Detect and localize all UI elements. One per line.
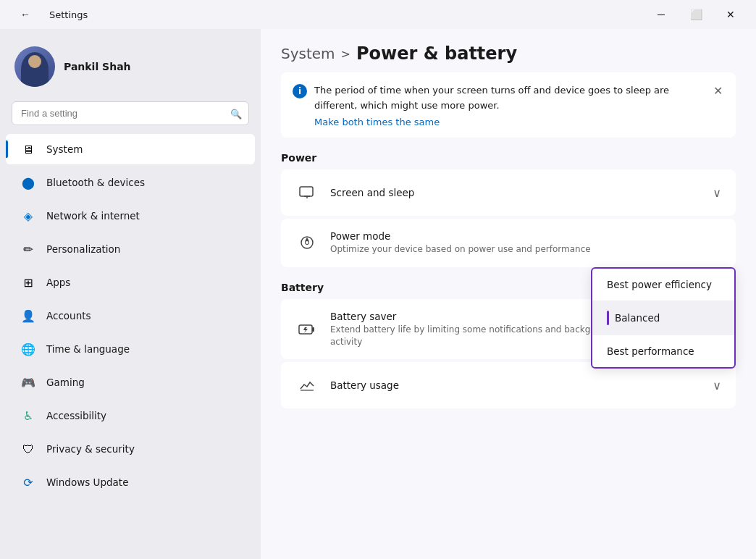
maximize-button[interactable]: ⬜ (679, 3, 713, 26)
efficiency-label: Best power efficiency (607, 279, 712, 290)
user-name: Pankil Shah (64, 61, 131, 72)
info-banner: i The period of time when your screen tu… (281, 72, 736, 138)
windows-update-icon: ⟳ (20, 474, 36, 490)
screen-sleep-card: Screen and sleep ∨ (281, 169, 736, 216)
battery-usage-icon (295, 374, 319, 397)
breadcrumb-parent: System (281, 45, 335, 62)
back-icon: ← (20, 9, 30, 20)
battery-usage-card: Battery usage ∨ (281, 362, 736, 408)
dropdown-item-efficiency[interactable]: Best power efficiency (592, 269, 734, 300)
main-content: System > Power & battery i The period of… (261, 29, 756, 559)
performance-label: Best performance (607, 345, 694, 357)
battery-usage-info: Battery usage (330, 379, 713, 391)
battery-usage-row[interactable]: Battery usage ∨ (281, 362, 736, 408)
sidebar-item-privacy[interactable]: 🛡 Privacy & security (6, 434, 255, 464)
sidebar-item-label: Windows Update (46, 476, 128, 488)
back-button[interactable]: ← (9, 3, 42, 26)
titlebar: ← Settings ─ ⬜ ✕ (0, 0, 756, 29)
info-banner-close[interactable]: ✕ (712, 83, 724, 99)
sidebar-item-label: Gaming (46, 377, 85, 388)
sidebar-item-system[interactable]: 🖥 System (6, 134, 255, 164)
battery-saver-desc: Extend battery life by limiting some not… (330, 324, 631, 348)
sidebar-item-label: Bluetooth & devices (46, 177, 145, 188)
sidebar-item-personalization[interactable]: ✏ Personalization (6, 234, 255, 264)
power-mode-dropdown: Best power efficiency Balanced Best perf… (591, 267, 736, 369)
svg-rect-0 (300, 187, 313, 196)
bluetooth-icon: ⬤ (20, 175, 36, 190)
power-mode-icon (295, 231, 319, 254)
selected-indicator (607, 311, 609, 325)
sidebar-item-accessibility[interactable]: ♿ Accessibility (6, 400, 255, 431)
sidebar-item-apps[interactable]: ⊞ Apps (6, 267, 255, 298)
time-icon: 🌐 (20, 341, 36, 357)
info-banner-link[interactable]: Make both times the same (314, 117, 705, 127)
power-section: Power Screen and sleep ∨ (281, 152, 736, 267)
sidebar-item-label: Apps (46, 277, 70, 288)
titlebar-title: Settings (49, 9, 88, 20)
privacy-icon: 🛡 (20, 441, 36, 457)
search-input[interactable] (12, 101, 249, 125)
balanced-label: Balanced (615, 312, 660, 324)
system-icon: 🖥 (20, 141, 36, 157)
search-box: 🔍 (12, 101, 249, 125)
power-mode-desc: Optimize your device based on power use … (330, 243, 721, 256)
power-mode-name: Power mode (330, 230, 721, 242)
screen-sleep-name: Screen and sleep (330, 187, 713, 198)
power-section-title: Power (281, 152, 736, 164)
info-desc: The period of time when your screen turn… (314, 85, 669, 111)
network-icon: ◈ (20, 208, 36, 224)
screen-sleep-row[interactable]: Screen and sleep ∨ (281, 169, 736, 216)
sidebar-item-label: Accessibility (46, 410, 106, 421)
battery-usage-chevron: ∨ (713, 379, 721, 392)
sidebar-item-label: Privacy & security (46, 443, 135, 455)
apps-icon: ⊞ (20, 274, 36, 290)
power-mode-card: Power mode Optimize your device based on… (281, 219, 736, 267)
battery-saver-name: Battery saver (330, 311, 631, 322)
dropdown-item-balanced[interactable]: Balanced (592, 300, 734, 335)
power-mode-info: Power mode Optimize your device based on… (330, 230, 721, 256)
screen-sleep-icon (295, 181, 319, 204)
screen-sleep-chevron: ∨ (713, 186, 721, 200)
avatar (14, 46, 55, 87)
screen-sleep-info: Screen and sleep (330, 187, 713, 198)
sidebar-item-label: Personalization (46, 243, 120, 255)
minimize-button[interactable]: ─ (644, 3, 678, 26)
user-profile: Pankil Shah (0, 41, 261, 98)
battery-saver-info: Battery saver Extend battery life by lim… (330, 311, 631, 348)
gaming-icon: 🎮 (20, 374, 36, 390)
info-icon: i (293, 84, 307, 98)
battery-saver-icon (295, 318, 319, 341)
power-mode-wrapper: Power mode Optimize your device based on… (281, 219, 736, 267)
power-mode-row[interactable]: Power mode Optimize your device based on… (281, 219, 736, 267)
sidebar-item-gaming[interactable]: 🎮 Gaming (6, 367, 255, 398)
battery-usage-name: Battery usage (330, 379, 713, 391)
accessibility-icon: ♿ (20, 408, 36, 424)
info-banner-text: The period of time when your screen turn… (314, 83, 705, 127)
accounts-icon: 👤 (20, 308, 36, 324)
sidebar-item-bluetooth[interactable]: ⬤ Bluetooth & devices (6, 167, 255, 198)
personalization-icon: ✏ (20, 241, 36, 257)
breadcrumb-current: Power & battery (356, 43, 517, 64)
close-button[interactable]: ✕ (714, 3, 747, 26)
breadcrumb: System > Power & battery (281, 43, 736, 64)
sidebar-item-label: System (46, 143, 83, 155)
svg-point-4 (306, 241, 308, 244)
sidebar: Pankil Shah 🔍 🖥 System ⬤ Bluetooth & dev… (0, 29, 261, 559)
sidebar-item-accounts[interactable]: 👤 Accounts (6, 300, 255, 331)
dropdown-item-performance[interactable]: Best performance (592, 335, 734, 367)
sidebar-item-network[interactable]: ◈ Network & internet (6, 201, 255, 231)
sidebar-item-label: Accounts (46, 310, 91, 321)
breadcrumb-separator: > (341, 47, 350, 61)
svg-rect-6 (312, 327, 314, 332)
sidebar-item-label: Time & language (46, 343, 130, 355)
sidebar-item-time[interactable]: 🌐 Time & language (6, 334, 255, 364)
search-icon: 🔍 (230, 108, 242, 119)
sidebar-item-windows-update[interactable]: ⟳ Windows Update (6, 467, 255, 497)
sidebar-item-label: Network & internet (46, 210, 140, 222)
